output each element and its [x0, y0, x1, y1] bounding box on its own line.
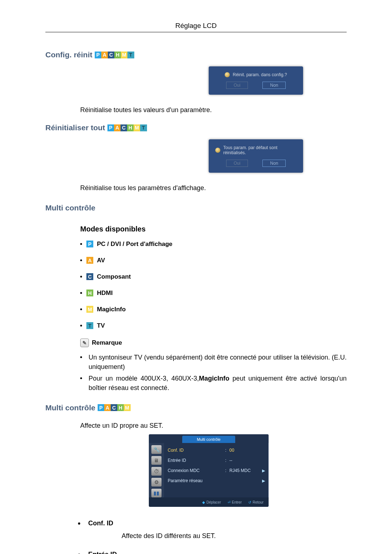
reinit-tout-dialog-wrap: Tous param. par défaut sont réinitialisé…: [45, 136, 347, 173]
dialog-yes-button[interactable]: Oui: [226, 160, 248, 167]
badge-t-icon: T: [86, 322, 93, 329]
osd-row-conf-id[interactable]: Conf. ID : 00: [168, 445, 265, 455]
remark-row: ✎ Remarque: [80, 338, 347, 347]
bullet-icon: [80, 243, 82, 245]
osd-body: 🔧 🖥 ⏱ ⚙ ▮▮ Conf. ID : 00 Entrée ID: [149, 443, 269, 497]
badge-c-icon: C: [86, 273, 93, 280]
osd-row-connexion-mdc[interactable]: Connexion MDC : RJ45 MDC ▶: [168, 465, 265, 476]
dialog-buttons: Oui Non: [215, 160, 297, 167]
mode-list: P PC / DVI / Port d'affichage A AV C Com…: [80, 241, 347, 329]
bullet-icon: [80, 308, 82, 310]
bullet-icon: [80, 259, 82, 261]
osd-content: Conf. ID : 00 Entrée ID : -- Connexion M…: [164, 443, 269, 497]
mode-label: PC / DVI / Port d'affichage: [97, 241, 172, 248]
note-text: Un syntoniseur TV (vendu séparément) doi…: [89, 353, 347, 372]
chevron-right-icon: ▶: [261, 468, 265, 473]
config-reinit-dialog-wrap: Réinit. param. dans config.? Oui Non: [45, 63, 347, 95]
mode-item-c: C Composant: [80, 273, 347, 280]
note-text: Pour un modèle 400UX-3, 460UX-3,MagicInf…: [89, 374, 347, 393]
note-icon: ✎: [80, 338, 89, 347]
osd-row-entree-id[interactable]: Entrée ID : --: [168, 455, 265, 465]
dialog-no-button[interactable]: Non: [262, 160, 286, 167]
osd-wrap: Multi contrôle 🔧 🖥 ⏱ ⚙ ▮▮ Conf. ID : 00: [71, 434, 347, 507]
section-reinit-tout-heading-row: Réinitialiser tout P A C H M T: [45, 123, 347, 132]
badge-a-icon: A: [86, 257, 93, 264]
osd-spacer: [168, 486, 265, 495]
osd-footer-label: Déplacer: [207, 500, 221, 504]
osd-nav-icon[interactable]: ▮▮: [151, 489, 162, 497]
bullet-icon: [80, 377, 82, 379]
badge-m-icon: M: [124, 404, 131, 411]
info-icon: [225, 72, 230, 77]
mode-badges: P A C H M T: [95, 52, 134, 58]
bullet-icon: [80, 276, 82, 278]
mode-item-t: T TV: [80, 322, 347, 329]
bullet-icon: [80, 292, 82, 294]
badge-a-icon: A: [101, 52, 108, 58]
osd-footer-label: Retour: [253, 500, 264, 504]
badge-c-icon: C: [108, 52, 115, 58]
osd-footer: ◆ Déplacer ⏎ Entrer ↺ Retour: [149, 497, 269, 507]
note-text-bold: MagicInfo: [199, 375, 229, 382]
def-term: Entrée ID: [88, 551, 117, 554]
section-multi1-heading: Multi contrôle: [45, 204, 95, 212]
return-icon: ↺: [248, 500, 251, 504]
info-icon: [215, 148, 220, 153]
osd-row-label: Entrée ID: [168, 458, 222, 463]
osd-footer-label: Entrer: [232, 500, 242, 504]
osd-row-label: Conf. ID: [168, 448, 222, 453]
badge-m-icon: M: [134, 124, 140, 131]
osd-row-param-reseau[interactable]: Paramètre réseau ▶: [168, 476, 265, 486]
badge-t-icon: T: [140, 124, 147, 131]
dialog-yes-button[interactable]: Oui: [226, 82, 248, 89]
badge-t-icon: T: [127, 52, 134, 58]
note-item: Pour un modèle 400UX-3, 460UX-3,MagicInf…: [80, 374, 347, 393]
bullet-icon: [80, 356, 82, 358]
move-icon: ◆: [202, 500, 205, 504]
osd-nav-icon[interactable]: 🖥: [151, 456, 162, 465]
mode-label: AV: [97, 257, 105, 264]
osd-nav-icon[interactable]: ⚙: [151, 478, 162, 487]
section-multi2-heading: Multi contrôle: [45, 403, 95, 412]
osd-row-value: --: [229, 458, 258, 463]
note-text-part: Pour un modèle 400UX-3, 460UX-3,: [89, 375, 199, 382]
chevron-right-icon: ▶: [261, 479, 265, 483]
badge-h-icon: H: [117, 404, 124, 411]
osd-row-value: 00: [229, 448, 258, 453]
mode-label: HDMI: [97, 290, 113, 297]
reinit-tout-dialog: Tous param. par défaut sont réinitialisé…: [209, 139, 303, 173]
osd-footer-move: ◆ Déplacer: [202, 500, 221, 504]
config-reinit-desc: Réinitialise toutes les valeurs d'un par…: [80, 106, 347, 114]
osd-row-value: RJ45 MDC: [229, 468, 258, 473]
osd-footer-enter: ⏎ Entrer: [228, 500, 242, 504]
mode-label: TV: [97, 322, 105, 329]
badge-p-icon: P: [107, 124, 114, 131]
osd-nav-icon[interactable]: 🔧: [151, 445, 162, 454]
dialog-message-text: Tous param. par défaut sont réinitialisé…: [223, 145, 297, 155]
osd-row-label: Paramètre réseau: [168, 478, 222, 483]
badge-p-icon: P: [98, 404, 105, 411]
definition-list: Conf. ID Affecte des ID différents au SE…: [78, 520, 347, 554]
section-multi1-heading-row: Multi contrôle: [45, 204, 347, 212]
mode-item-m: M MagicInfo: [80, 306, 347, 313]
dialog-no-button[interactable]: Non: [262, 82, 286, 89]
section-multi2-heading-row: Multi contrôle P A C H M: [45, 403, 347, 412]
enter-icon: ⏎: [228, 500, 230, 504]
mode-label: Composant: [97, 273, 131, 280]
osd-row-label: Connexion MDC: [168, 468, 222, 473]
config-reinit-dialog: Réinit. param. dans config.? Oui Non: [209, 66, 303, 95]
def-desc: Affecte des ID différents au SET.: [122, 532, 347, 540]
badge-c-icon: C: [121, 124, 127, 131]
multi2-desc: Affecte un ID propre au SET.: [80, 421, 347, 430]
bullet-icon: [80, 325, 82, 327]
badge-m-icon: M: [121, 52, 128, 58]
mode-item-h: H HDMI: [80, 290, 347, 297]
mode-badges: P A C H M T: [107, 124, 146, 131]
mode-item-a: A AV: [80, 257, 347, 264]
note-list: Un syntoniseur TV (vendu séparément) doi…: [80, 353, 347, 393]
def-term: Conf. ID: [88, 520, 113, 527]
badge-a-icon: A: [114, 124, 121, 131]
osd-nav-icon[interactable]: ⏱: [151, 467, 162, 476]
osd-footer-return: ↺ Retour: [248, 500, 264, 504]
section-reinit-tout-heading: Réinitialiser tout: [45, 123, 105, 132]
